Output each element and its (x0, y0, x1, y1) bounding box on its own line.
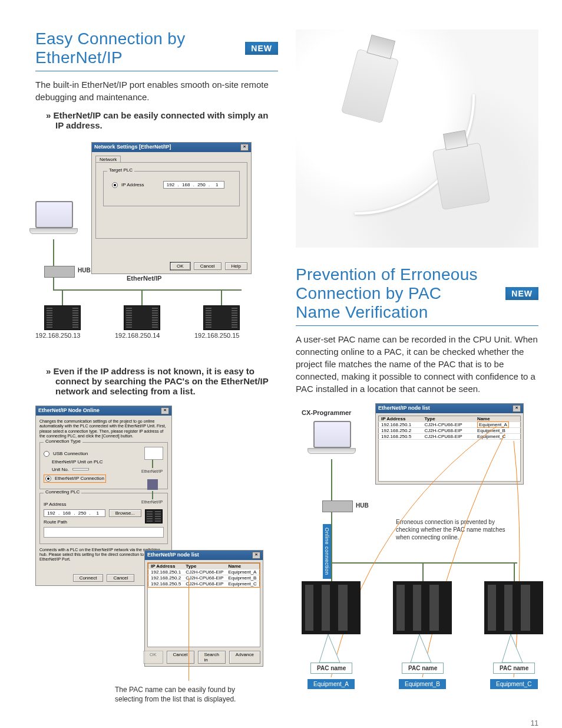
help-button[interactable]: Help (225, 262, 247, 270)
plc-icon (124, 305, 160, 330)
svg-marker-0 (319, 634, 340, 663)
svg-marker-2 (502, 634, 523, 663)
online-connection-tab: Online connection (323, 524, 331, 579)
cancel-button-3[interactable]: Cancel (167, 651, 194, 664)
network-settings-dialog: Network Settings [EtherNet/IP] × Network… (91, 142, 252, 274)
title-rule (35, 71, 278, 71)
hub-icon-2 (322, 500, 353, 512)
usb-radio[interactable] (44, 451, 49, 457)
caption-2: The PAC name can be easily found by sele… (115, 685, 262, 704)
equipment-name-3: Equipment_C (490, 679, 538, 689)
usb-cable-photo (296, 29, 538, 248)
laptop-icon (35, 201, 88, 236)
unit-no-input[interactable] (72, 468, 89, 470)
cancel-button[interactable]: Cancel (194, 262, 222, 270)
usb-b-connector-icon (432, 143, 490, 210)
diagram-1: Network Settings [EtherNet/IP] × Network… (35, 142, 278, 348)
dialog2-desc: Changes the communication settings of th… (39, 419, 168, 439)
node-list-dialog-2: EtherNet/IP node list × IP Address Type … (375, 403, 524, 485)
ok-button[interactable]: OK (170, 262, 190, 270)
left-intro: The built-in EtherNet/IP port enables sm… (35, 78, 278, 103)
node-list-table[interactable]: IP Address Type Name 192.168.250.1CJ2H-C… (148, 563, 260, 587)
left-bullet-1: EtherNet/IP can be easily connected with… (46, 110, 278, 130)
callout-text: Erroneous connection is prevented by che… (396, 518, 520, 541)
diagram-2: EtherNet/IP Node Online × Changes the co… (35, 406, 278, 712)
plc-big-icon (484, 581, 543, 634)
diagram-3: CX-Programmer EtherNet/IP node list × IP… (296, 403, 538, 716)
title-rule-right (296, 325, 538, 326)
equipment-name-2: Equipment_B (399, 679, 446, 689)
eip-conn-radio[interactable] (45, 476, 51, 482)
right-section-title: Prevention of Erroneous Connection by PA… (296, 265, 538, 322)
connect-button[interactable]: Connect (73, 574, 104, 582)
conn-type-group: Connection Type (44, 439, 82, 444)
close-icon[interactable]: × (513, 405, 521, 412)
node-list-table-2[interactable]: IP Address Type Name 192.168.250.1CJ2H-C… (378, 416, 521, 440)
close-icon[interactable]: × (161, 407, 169, 414)
ip-input-2[interactable]: 192. 168. 250. 1 (44, 509, 105, 517)
table-row: 192.168.250.1CJ2H-CPU66-EIPEquipment_A (148, 569, 260, 575)
pac-name-label-3: PAC name (493, 663, 535, 674)
plc-big-icon (393, 581, 452, 634)
table-row: 192.168.250.2CJ2H-CPU68-EIPEquipment_B (148, 575, 260, 581)
cx-programmer-label: CX-Programmer (302, 409, 351, 416)
ethernet-ip-label: EtherNet/IP (127, 275, 161, 282)
table-row: 192.168.250.2CJ2H-CPU68-EIPEquipment_B (379, 428, 521, 434)
route-path-input[interactable] (44, 527, 164, 538)
node-list-dialog: EtherNet/IP node list × IP Address Type … (144, 550, 263, 667)
ip-input[interactable]: 192. 168. 250. 1 (163, 181, 225, 189)
new-badge-right: NEW (505, 287, 538, 300)
plc-icon (203, 305, 240, 330)
hub-icon (44, 266, 75, 278)
hub-label-2: HUB (356, 502, 369, 509)
hub-small-icon-2 (147, 479, 158, 490)
right-title-text: Prevention of Erroneous Connection by PA… (296, 265, 484, 322)
close-icon[interactable]: × (240, 144, 249, 151)
dialog2-title: EtherNet/IP Node Online (38, 407, 100, 414)
ip-1: 192.168.250.13 (35, 332, 80, 339)
search-button[interactable]: Search in (198, 651, 226, 664)
net-label-2: EtherNet/IP (141, 500, 163, 504)
ok-button-2[interactable]: OK (143, 651, 163, 664)
hub-small-icon (144, 447, 163, 460)
ip-2: 192.168.250.14 (115, 332, 160, 339)
right-body: A user-set PAC name can be recorded in t… (296, 333, 538, 395)
plc-small-wrapper (145, 509, 163, 523)
net-label-1: EtherNet/IP (141, 469, 163, 473)
plc-big-icon (302, 581, 361, 634)
hub-label: HUB (78, 267, 91, 274)
pac-name-label-2: PAC name (402, 663, 444, 674)
table-row: 192.168.250.5CJ2H-CPU68-EIPEquipment_C (379, 434, 521, 440)
ip-3: 192.168.250.15 (194, 332, 239, 339)
left-bullet-2: Even if the IP address is not known, it … (46, 366, 278, 396)
equipment-name-1: Equipment_A (308, 679, 355, 689)
new-badge-left: NEW (245, 42, 278, 55)
conn-plc-group: Connecting PLC (44, 489, 81, 495)
table-row: 192.168.250.1CJ2H-CPU66-EIPEquipment_A (379, 422, 521, 428)
ip-radio[interactable] (112, 182, 118, 188)
nodelist2-title: EtherNet/IP node list (378, 405, 430, 412)
page-number: 11 (531, 719, 538, 727)
cancel-button-2[interactable]: Cancel (107, 574, 134, 582)
nodelist-title: EtherNet/IP node list (147, 552, 199, 559)
browse-button[interactable]: Browse... (109, 509, 141, 517)
pac-name-label-1: PAC name (310, 663, 352, 674)
table-row: 192.168.250.5CJ2H-CPU68-EIPEquipment_C (148, 581, 260, 587)
svg-marker-1 (411, 634, 431, 663)
left-section-title: Easy Connection by EtherNet/IP NEW (35, 29, 278, 67)
dialog1-title: Network Settings [EtherNet/IP] (94, 144, 171, 151)
ip-label: IP Address (121, 182, 144, 187)
left-title-text: Easy Connection by EtherNet/IP (35, 29, 233, 67)
advance-button[interactable]: Advance (229, 651, 260, 664)
close-icon[interactable]: × (252, 552, 260, 559)
target-plc-group: Target PLC (107, 167, 134, 173)
laptop-icon-2 (313, 421, 366, 456)
plc-icon (44, 305, 81, 330)
callout-pointers (296, 634, 543, 664)
